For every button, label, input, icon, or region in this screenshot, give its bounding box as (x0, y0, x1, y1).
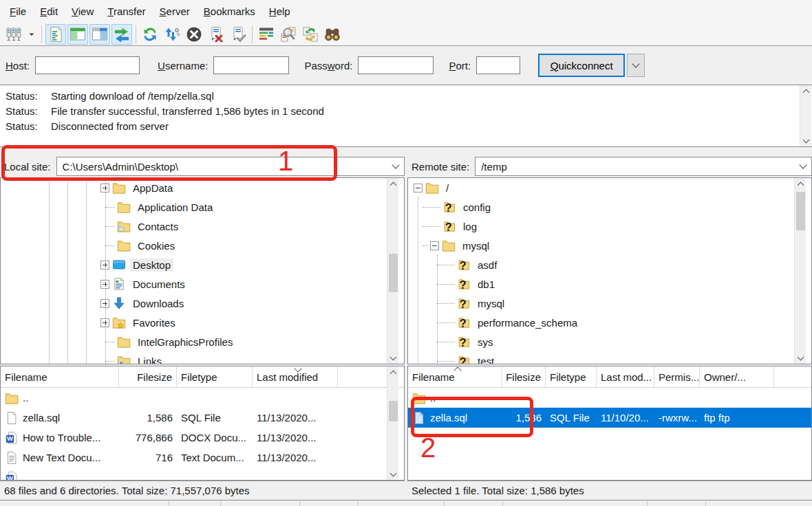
menu-server[interactable]: Server (153, 2, 197, 21)
toggle-local-tree-button[interactable] (67, 24, 88, 45)
log-prefix: Status: (0, 89, 51, 104)
column-header-filename[interactable]: Filename (1, 366, 119, 387)
scroll-up-icon[interactable] (800, 85, 812, 97)
column-header-last-mod[interactable]: Last mod... (597, 366, 654, 387)
tree-item-intelgraphicsprofiles[interactable]: IntelGraphicsProfiles (1, 332, 404, 351)
tree-item-asdf[interactable]: ?asdf (408, 255, 811, 274)
expander-plus-icon[interactable] (100, 280, 109, 289)
toggle-transfer-queue-button[interactable] (111, 24, 132, 45)
tree-item-db1[interactable]: ?db1 (408, 274, 811, 294)
tree-item-test[interactable]: ?test (408, 351, 811, 364)
directory-comparison-button[interactable] (278, 24, 299, 45)
expander-plus-icon[interactable] (100, 318, 109, 327)
column-header-owner[interactable]: Owner/... (700, 366, 774, 387)
site-manager-dropdown-button[interactable] (25, 24, 38, 45)
folder-icon (112, 181, 126, 195)
tree-item-cookies[interactable]: Cookies (1, 236, 404, 255)
svg-text:?: ? (445, 221, 452, 233)
expander-minus-icon[interactable] (414, 184, 423, 192)
port-input[interactable] (476, 56, 520, 74)
tree-item-label: / (443, 182, 451, 195)
tree-item-contacts[interactable]: Contacts (1, 217, 404, 236)
tree-item-performance-schema[interactable]: ?performance_schema (408, 313, 811, 332)
local-list-scrollbar[interactable] (387, 366, 398, 480)
folder-icon (442, 239, 456, 252)
tree-item-log[interactable]: ?log (408, 217, 811, 236)
file-row-new-text-docu[interactable]: New Text Docu...716Text Docum...11/13/20… (1, 448, 404, 468)
menu-view[interactable]: View (65, 2, 100, 21)
file-row-zella-sql[interactable]: zella.sql1,586SQL File11/13/2020... (1, 408, 404, 428)
synchronized-browsing-button[interactable] (300, 24, 321, 45)
scrollbar-thumb[interactable] (389, 254, 398, 292)
menu-bookmarks[interactable]: Bookmarks (197, 2, 262, 21)
menu-help[interactable]: Help (262, 2, 297, 21)
scrollbar-thumb[interactable] (389, 401, 398, 421)
menu-file[interactable]: File (3, 2, 33, 21)
column-header-label: Last mod... (601, 371, 652, 383)
tree-item-appdata[interactable]: AppData (1, 178, 404, 197)
tree-item-label: Documents (130, 278, 188, 291)
process-transfer-queue-button[interactable] (162, 24, 182, 45)
username-input[interactable] (213, 56, 289, 74)
column-header-filesize[interactable]: Filesize (119, 366, 177, 387)
quickconnect-button[interactable]: Quickconnect (538, 54, 625, 77)
column-header-filename[interactable]: Filename (408, 366, 502, 387)
remote-tree-scrollbar[interactable] (794, 178, 806, 364)
column-header-filetype[interactable]: Filetype (546, 366, 597, 387)
scroll-up-icon[interactable] (387, 366, 399, 378)
open-site-manager-button[interactable] (3, 24, 24, 45)
refresh-file-lists-button[interactable] (140, 24, 160, 45)
toggle-message-log-button[interactable] (45, 24, 66, 45)
tree-item-favorites[interactable]: Favorites (1, 313, 404, 332)
tree-item-downloads[interactable]: Downloads (1, 294, 404, 313)
tree-item-documents[interactable]: Documents (1, 274, 404, 294)
downloads-icon (112, 296, 126, 310)
scroll-up-icon[interactable] (795, 178, 806, 190)
file-row-how-to-trouble[interactable]: WHow to Trouble...776,866DOCX Docu...11/… (1, 428, 404, 448)
scroll-down-icon[interactable] (800, 135, 812, 146)
scroll-up-icon[interactable] (387, 178, 399, 190)
message-log-scrollbar[interactable] (800, 85, 811, 146)
column-header-filesize[interactable]: Filesize (502, 366, 546, 387)
remote-site-label: Remote site: (412, 161, 469, 173)
cancel-operation-button[interactable] (184, 24, 204, 45)
local-tree-scrollbar[interactable] (387, 178, 398, 364)
scroll-down-icon[interactable] (387, 352, 399, 364)
reconnect-server-button[interactable] (228, 24, 248, 45)
tree-item-desktop[interactable]: Desktop (1, 255, 404, 274)
tree-item-sys[interactable]: ?sys (408, 332, 811, 351)
quickconnect-dropdown-button[interactable] (627, 54, 645, 77)
tree-item-mysql[interactable]: mysql (408, 236, 811, 255)
expander-plus-icon[interactable] (100, 261, 109, 270)
password-input[interactable] (358, 56, 434, 74)
column-header-permis[interactable]: Permis... (654, 366, 700, 387)
find-files-button[interactable] (322, 24, 343, 45)
disconnect-server-button[interactable] (206, 24, 226, 45)
expander-minus-icon[interactable] (430, 241, 439, 250)
menu-edit[interactable]: Edit (33, 2, 65, 21)
tree-item-root[interactable]: / (408, 178, 811, 197)
remote-site-path: /temp (481, 161, 800, 173)
column-header-last-modified[interactable]: Last modified (253, 366, 338, 387)
expander-plus-icon[interactable] (100, 299, 109, 308)
scrollbar-thumb[interactable] (796, 192, 805, 230)
expander-plus-icon[interactable] (100, 184, 109, 192)
queue-column-divider (169, 501, 169, 506)
folder-icon (117, 335, 131, 349)
tree-item-links[interactable]: Links (1, 351, 404, 364)
remote-site-combo[interactable]: /temp (475, 157, 812, 176)
tree-item-config[interactable]: ?config (408, 197, 811, 217)
menu-transfer[interactable]: Transfer (100, 2, 152, 21)
column-header-filler (774, 366, 811, 387)
directory-listing-filters-button[interactable] (256, 24, 277, 45)
scroll-down-icon[interactable] (795, 352, 806, 364)
host-input[interactable] (35, 56, 140, 74)
tree-item-application-data[interactable]: Application Data (1, 197, 404, 217)
local-status-bar: 68 files and 6 directories. Total size: … (0, 481, 405, 500)
scroll-down-icon[interactable] (387, 468, 399, 480)
toggle-remote-tree-button[interactable] (89, 24, 110, 45)
message-log: Status:Starting download of /temp/zella.… (0, 85, 812, 147)
tree-item-mysql[interactable]: ?mysql (408, 294, 811, 313)
column-header-filetype[interactable]: Filetype (177, 366, 253, 387)
file-row-root[interactable]: .. (1, 388, 404, 408)
